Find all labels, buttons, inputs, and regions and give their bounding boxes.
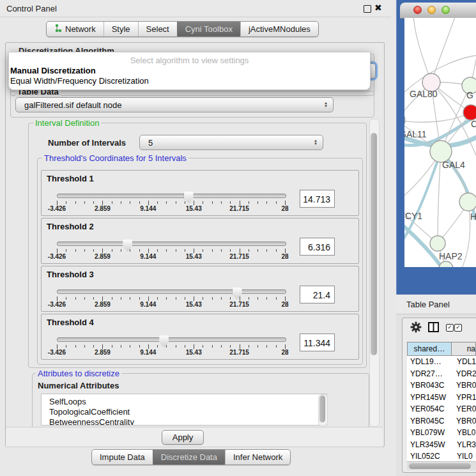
slider-tick [57, 296, 58, 301]
apply-button[interactable]: Apply [162, 430, 204, 445]
threshold-slider-thumb[interactable] [123, 240, 132, 252]
algorithm-option[interactable]: Equal Width/Frequency Discretization [10, 76, 149, 86]
cell-name: YDR2 [454, 368, 476, 380]
slider-tick [276, 201, 277, 204]
threshold-label: Threshold 1 [47, 174, 94, 183]
table-row[interactable]: YPR145WYPR1 [407, 392, 476, 404]
network-node[interactable] [430, 141, 452, 162]
slider-tick [93, 201, 94, 204]
slider-tick [93, 297, 94, 300]
network-node[interactable] [439, 261, 453, 267]
network-node[interactable] [430, 236, 445, 251]
checkbox-icon[interactable]: ✓ [446, 324, 454, 332]
slider-tick [240, 201, 240, 205]
network-edge[interactable] [404, 112, 471, 122]
content-scrollbar[interactable] [369, 119, 380, 427]
close-icon[interactable]: ✖ [374, 3, 382, 13]
attribute-list-item[interactable]: SelfLoops [42, 397, 326, 407]
threshold-value-field[interactable]: 11.344 [300, 334, 335, 351]
slider-tick-label: 2.859 [95, 205, 111, 212]
slider-tick-label: -3.426 [48, 349, 66, 356]
table-row[interactable]: YLR345WYLR3 [407, 439, 476, 451]
tab-discretize-data[interactable]: Discretize Data [153, 450, 225, 464]
slider-tick-label: 15.43 [186, 301, 202, 308]
numerical-attributes-list[interactable]: SelfLoopsTopologicalCoefficientBetweenne… [41, 394, 327, 426]
attributes-list-scrollbar-thumb[interactable] [319, 395, 325, 422]
checkbox-icon[interactable]: ✓ [454, 324, 462, 332]
algorithm-option[interactable]: Manual Discretization [10, 66, 96, 75]
network-edge[interactable] [413, 18, 431, 82]
cell-name: YER0 [454, 403, 476, 415]
tab-impute-data[interactable]: Impute Data [92, 450, 153, 464]
slider-tick [121, 297, 121, 300]
threshold-slider-track[interactable] [57, 337, 286, 342]
tab-network[interactable]: Network [47, 22, 104, 36]
table-hscrollbar-thumb[interactable] [409, 463, 471, 469]
slider-tick [185, 201, 185, 204]
network-canvas[interactable]: GAL80GCGAL11GAL4GCY1HHAP2 [404, 18, 476, 267]
table-row[interactable]: YDR27…YDR2 [407, 368, 476, 380]
threshold-slider-thumb[interactable] [159, 335, 169, 348]
slider-tick [266, 345, 267, 348]
threshold-value-field[interactable]: 6.316 [300, 238, 335, 256]
attribute-list-item[interactable]: BetweennessCentrality [42, 417, 326, 426]
slider-tick [249, 201, 249, 204]
slider-tick-label: -3.426 [48, 205, 66, 212]
tab-infer-network[interactable]: Infer Network [225, 450, 290, 464]
tab-style[interactable]: Style [104, 22, 138, 36]
slider-tick [285, 201, 286, 205]
table-row[interactable]: YBR043CYBR0 [407, 380, 476, 392]
table-row[interactable]: YDL19…YDL1 [407, 356, 476, 368]
threshold-slider-track[interactable] [57, 194, 286, 198]
slider-tick [185, 345, 185, 348]
minimize-traffic-light-icon[interactable] [427, 6, 436, 14]
slider-tick [84, 249, 85, 252]
network-node[interactable] [463, 105, 476, 120]
network-node[interactable] [459, 193, 476, 211]
attribute-list-item[interactable]: TopologicalCoefficient [42, 407, 326, 417]
table-settings-gear-icon[interactable] [410, 321, 422, 335]
table-row[interactable]: YER054CYER0 [407, 403, 476, 415]
slider-tick [276, 297, 277, 300]
column-header-shared-name[interactable]: shared… [407, 342, 452, 356]
table-panel-title: Table Panel [406, 300, 450, 309]
network-edge[interactable] [438, 151, 441, 243]
slider-tick [230, 345, 231, 348]
close-traffic-light-icon[interactable] [413, 6, 422, 14]
table-data-combobox[interactable]: galFiltered.sif default node ▲▼ [15, 97, 334, 112]
slider-tick [93, 345, 94, 348]
cell-name: YBR0 [454, 415, 476, 427]
attributes-group-label: Attributes to discretize [36, 369, 121, 378]
table-row[interactable]: YBR045CYBR0 [407, 415, 476, 427]
apply-button-label: Apply [173, 433, 194, 442]
split-columns-icon[interactable] [428, 322, 439, 335]
slider-tick [139, 249, 140, 252]
threshold-slider-thumb[interactable] [233, 288, 242, 300]
column-header-name[interactable]: na [452, 342, 476, 356]
cell-shared-name: YPR145W [407, 392, 454, 404]
zoom-traffic-light-icon[interactable] [441, 6, 450, 14]
number-of-intervals-combobox[interactable]: 5 ▲▼ [139, 135, 323, 150]
attributes-list-scrollbar[interactable] [318, 394, 328, 426]
slider-tick [240, 296, 240, 301]
float-window-icon[interactable] [364, 5, 371, 13]
table-row[interactable]: YIL052CYIL0 [407, 450, 476, 462]
content-scrollbar-thumb[interactable] [371, 133, 377, 355]
table-hscrollbar[interactable] [407, 461, 476, 470]
threshold-slider-track[interactable] [57, 289, 286, 294]
tab-label: Select [146, 24, 169, 34]
threshold-value-field[interactable]: 21.4 [300, 286, 335, 303]
slider-tick [276, 345, 277, 348]
threshold-slider-track[interactable] [57, 242, 286, 246]
network-edge[interactable] [431, 18, 456, 82]
tab-jactivemnodules[interactable]: jActiveMNodules [240, 22, 318, 36]
table-row[interactable]: YBL079WYBL0 [407, 427, 476, 439]
network-window-titlebar[interactable] [400, 3, 476, 19]
top-tab-bar: NetworkStyleSelectCyni ToolboxjActiveMNo… [46, 21, 319, 37]
slider-tick [266, 201, 267, 204]
threshold-value-field[interactable]: 14.713 [300, 190, 335, 208]
slider-tick [176, 297, 176, 300]
cell-name: YLR3 [454, 439, 476, 451]
tab-cyni-toolbox[interactable]: Cyni Toolbox [177, 22, 240, 36]
tab-select[interactable]: Select [138, 22, 177, 36]
